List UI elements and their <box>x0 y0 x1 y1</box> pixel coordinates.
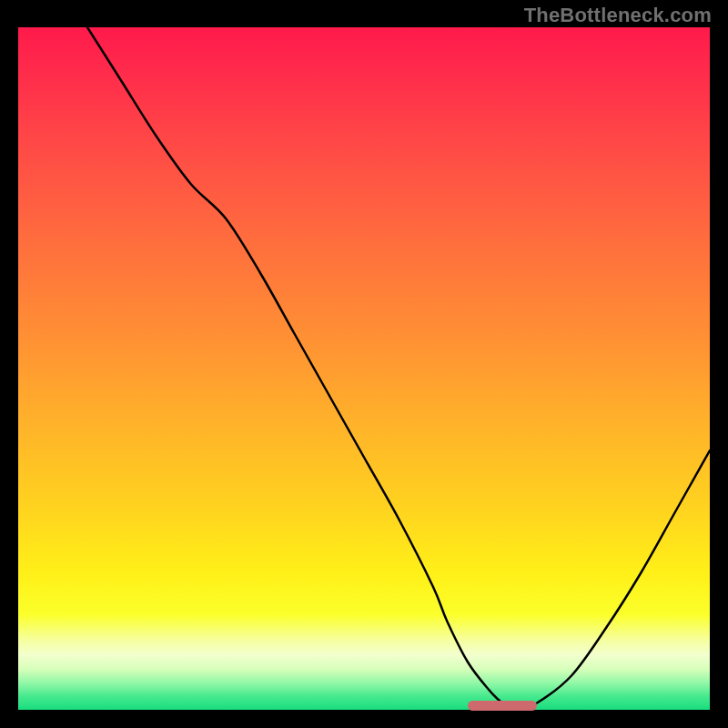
chart-frame: TheBottleneck.com <box>0 0 728 728</box>
optimal-range-marker <box>468 701 537 711</box>
plot-area <box>18 27 710 710</box>
bottleneck-curve <box>18 27 710 710</box>
watermark-text: TheBottleneck.com <box>524 4 712 27</box>
